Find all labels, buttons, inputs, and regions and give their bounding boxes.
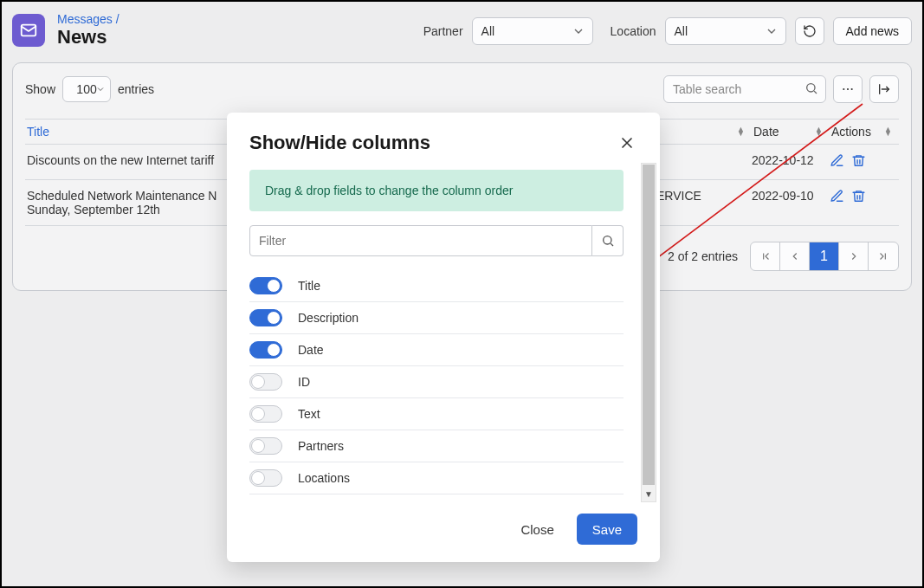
svg-point-2 [843, 88, 844, 90]
column-toggle[interactable] [249, 437, 282, 455]
pager: 1 [750, 242, 899, 271]
page-number-1[interactable]: 1 [810, 242, 839, 270]
modal-title: Show/Hide columns [249, 132, 430, 154]
sort-icon: ▲▼ [815, 127, 823, 136]
column-label: Description [298, 311, 359, 325]
add-news-button[interactable]: Add news [833, 17, 912, 45]
column-filter-input[interactable] [249, 225, 592, 256]
table-search-input[interactable]: Table search [663, 75, 826, 103]
svg-point-1 [807, 84, 815, 92]
modal-close-label: Close [520, 522, 553, 537]
column-toggle[interactable] [249, 277, 282, 294]
partner-label: Partner [423, 24, 463, 38]
row-middle: ERVICE [656, 189, 752, 216]
column-label: ID [298, 375, 310, 389]
col-actions: Actions ▲▼ [830, 125, 899, 139]
column-label: Title [298, 279, 320, 293]
column-toggle[interactable] [249, 373, 282, 391]
column-label: Date [298, 343, 324, 357]
col-title-label: Title [27, 125, 49, 139]
delete-button[interactable] [851, 189, 866, 216]
col-date[interactable]: Date ▲▼ [752, 125, 830, 139]
sort-icon: ▲▼ [884, 127, 892, 136]
search-icon [804, 81, 818, 98]
svg-point-6 [603, 236, 611, 244]
show-hide-columns-modal: Show/Hide columns ▼ Drag & drop fields t… [227, 113, 660, 562]
column-item[interactable]: Text [249, 398, 624, 430]
page-last-button[interactable] [869, 242, 898, 270]
column-toggle[interactable] [249, 341, 282, 359]
partner-select[interactable]: All [472, 17, 593, 45]
sort-icon: ▲▼ [737, 127, 745, 136]
column-item[interactable]: Description [249, 302, 624, 334]
row-middle [656, 153, 752, 171]
show-label: Show [25, 82, 55, 96]
chevron-down-icon [765, 24, 779, 41]
export-button[interactable] [869, 75, 899, 103]
partner-select-value: All [481, 24, 495, 38]
column-label: Text [298, 407, 320, 421]
modal-scrollbar[interactable]: ▼ [641, 163, 656, 502]
column-item[interactable]: Partners [249, 430, 624, 462]
column-label: Partners [298, 439, 344, 453]
page-title: News [57, 26, 120, 48]
column-label: Locations [298, 471, 350, 485]
edit-button[interactable] [830, 189, 844, 216]
chevron-down-icon [95, 83, 106, 97]
page-next-button[interactable] [839, 242, 869, 270]
table-search-placeholder: Table search [673, 82, 741, 96]
drag-drop-banner: Drag & drop fields to change the column … [249, 170, 624, 211]
entries-label: entries [118, 82, 154, 96]
location-select-value: All [675, 24, 688, 38]
column-item[interactable]: Date [249, 334, 624, 366]
column-toggle[interactable] [249, 405, 282, 423]
svg-point-3 [847, 88, 849, 90]
scrollbar-down-icon[interactable]: ▼ [642, 487, 656, 501]
drag-drop-banner-text: Drag & drop fields to change the column … [265, 184, 513, 197]
modal-close-button[interactable] [617, 132, 637, 153]
location-label: Location [611, 24, 656, 38]
app-icon-messages [12, 14, 45, 47]
breadcrumb-sep: / [116, 12, 120, 26]
edit-button[interactable] [830, 153, 844, 171]
paging-info: 2 of 2 entries [668, 249, 738, 263]
modal-close-text-button[interactable]: Close [508, 514, 565, 545]
delete-button[interactable] [851, 153, 866, 171]
column-item[interactable]: Locations [249, 462, 624, 494]
breadcrumb[interactable]: Messages / [57, 12, 120, 26]
scrollbar-thumb[interactable] [643, 165, 655, 485]
column-item[interactable]: Title [249, 275, 624, 302]
page-number-label: 1 [820, 249, 828, 264]
column-filter-search-button[interactable] [592, 225, 624, 256]
breadcrumb-parent[interactable]: Messages [57, 12, 113, 26]
row-date: 2022-09-10 [752, 189, 830, 216]
modal-save-label: Save [592, 522, 622, 537]
refresh-button[interactable] [795, 17, 824, 45]
page-first-button[interactable] [751, 242, 780, 270]
modal-save-button[interactable]: Save [577, 514, 637, 545]
col-middle[interactable]: ▲▼ [656, 125, 752, 139]
col-actions-label: Actions [831, 125, 871, 139]
column-toggle[interactable] [249, 469, 282, 487]
chevron-down-icon [572, 24, 585, 41]
location-select[interactable]: All [665, 17, 786, 45]
page-prev-button[interactable] [780, 242, 810, 270]
column-toggle[interactable] [249, 309, 282, 326]
column-item[interactable]: ID [249, 366, 624, 398]
more-options-button[interactable] [833, 75, 863, 103]
row-date: 2022-10-12 [752, 153, 830, 171]
svg-point-4 [851, 88, 853, 90]
page-size-value: 100 [76, 82, 96, 96]
col-date-label: Date [753, 125, 779, 139]
add-news-label: Add news [846, 24, 899, 38]
page-size-select[interactable]: 100 [62, 76, 111, 102]
